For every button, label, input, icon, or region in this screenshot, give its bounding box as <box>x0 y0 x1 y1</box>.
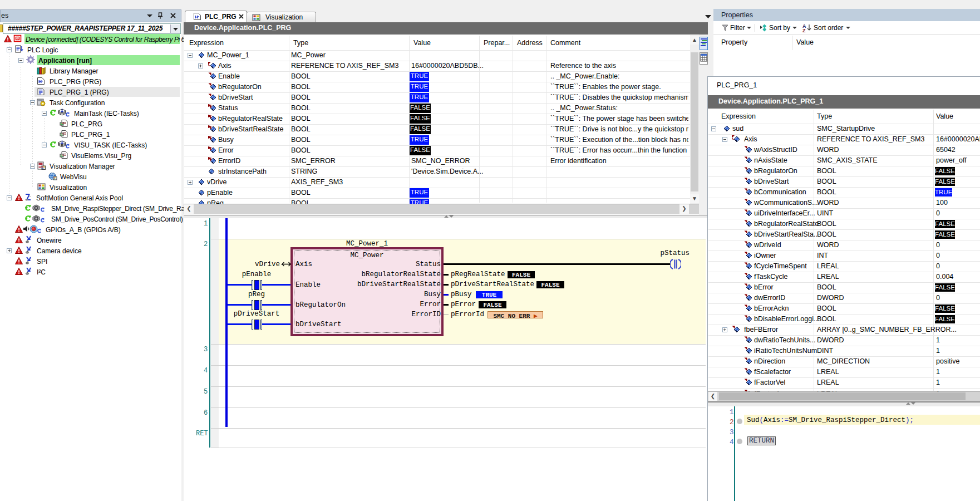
svg-text:Sort by: Sort by <box>769 24 790 32</box>
svg-text:Z: Z <box>802 28 806 32</box>
svg-text:Sort order: Sort order <box>814 24 843 32</box>
svg-text:Filter: Filter <box>730 24 745 32</box>
